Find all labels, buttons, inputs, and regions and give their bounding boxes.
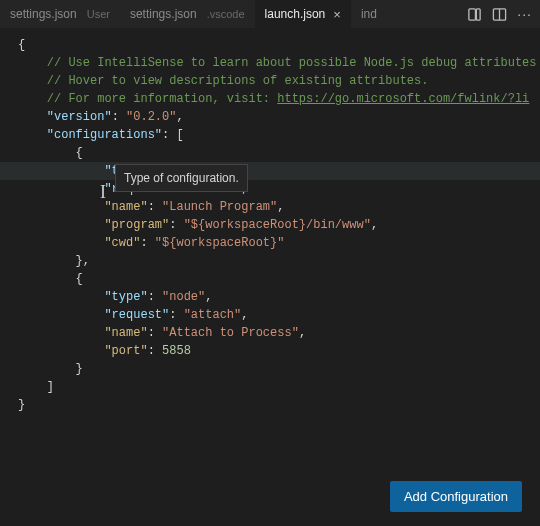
code-editor[interactable]: { // Use IntelliSense to learn about pos… xyxy=(0,28,540,414)
tab-label: ind xyxy=(361,7,377,21)
tab-label: settings.json xyxy=(10,7,77,21)
preview-icon[interactable] xyxy=(467,7,482,22)
text-cursor-icon: I xyxy=(100,183,106,201)
tab-desc: User xyxy=(87,8,110,20)
tab-actions: ··· xyxy=(459,6,540,22)
tab-label: launch.json xyxy=(265,7,326,21)
tab-launch-json[interactable]: launch.json × xyxy=(255,0,351,28)
svg-rect-0 xyxy=(469,8,476,19)
tab-settings-vscode[interactable]: settings.json .vscode xyxy=(120,0,255,28)
split-editor-icon[interactable] xyxy=(492,7,507,22)
tab-ind[interactable]: ind xyxy=(351,0,387,28)
docs-link[interactable]: https://go.microsoft.com/fwlink/?li xyxy=(277,92,529,106)
code-comment: // For more information, visit: xyxy=(47,92,277,106)
tab-bar: settings.json User settings.json .vscode… xyxy=(0,0,540,28)
hover-tooltip: Type of configuration. xyxy=(115,164,248,192)
tab-desc: .vscode xyxy=(207,8,245,20)
add-configuration-button[interactable]: Add Configuration xyxy=(390,481,522,512)
more-icon[interactable]: ··· xyxy=(517,6,532,22)
code-comment: // Hover to view descriptions of existin… xyxy=(47,74,429,88)
code-comment: // Use IntelliSense to learn about possi… xyxy=(47,56,537,70)
tab-settings-user[interactable]: settings.json User xyxy=(0,0,120,28)
svg-rect-1 xyxy=(477,8,481,19)
close-icon[interactable]: × xyxy=(333,7,341,22)
tab-label: settings.json xyxy=(130,7,197,21)
